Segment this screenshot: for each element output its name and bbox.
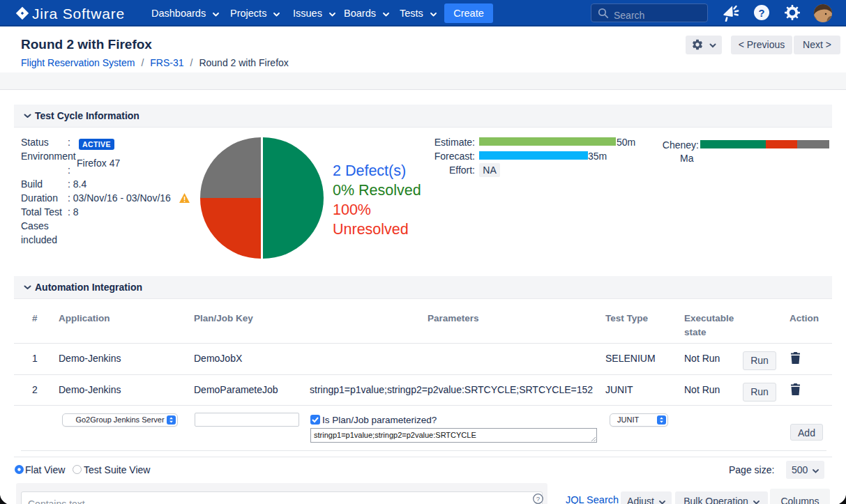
- svg-text:?: ?: [536, 495, 541, 503]
- svg-text:?: ?: [759, 8, 765, 19]
